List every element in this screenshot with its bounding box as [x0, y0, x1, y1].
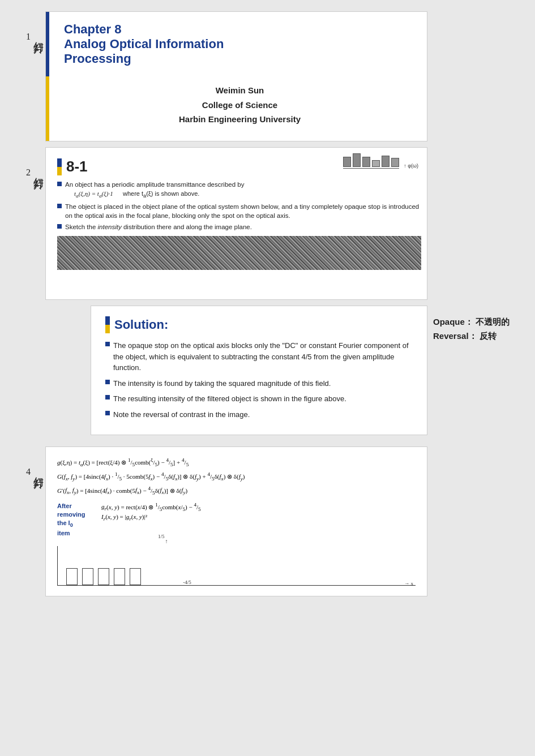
- page-container: 幻灯片 1 Chapter 8 Analog Optical Informati…: [0, 0, 535, 613]
- slide2-bullet1: An object has a periodic amplitude trans…: [57, 180, 421, 200]
- graph-bar-2: [82, 568, 93, 585]
- slide-2-row: 幻灯片 2 ↑ φ(ω) 8-1: [0, 147, 535, 300]
- slide4-content: g(ξ,η) = ta(ξ) = [rect(ξ/4) ⊗ 1/5comb(ξ/…: [57, 457, 416, 586]
- slide4-graph-label-45: -4/5: [183, 579, 191, 585]
- solution-accent: [105, 316, 110, 333]
- slide4-formula-G1: G(fx, fy) = [4sinc(4fx) · 1/5 · 5comb(5f…: [57, 471, 416, 482]
- sol-sq-1: [105, 342, 110, 346]
- slide1-title: Chapter 8 Analog Optical Information Pro…: [64, 22, 416, 66]
- sol-bullet3: The resulting intensity of the filtered …: [105, 393, 413, 405]
- slide-4-number: 4: [26, 467, 32, 477]
- sol-b4-text: Note the reversal of contrast in the ima…: [113, 409, 250, 420]
- slide2-top-chart: ↑ φ(ω): [343, 153, 418, 169]
- opaque-value: 不透明的: [476, 317, 510, 327]
- slide2-formula1: ta(ξ,η) = ta(ξ)·1: [74, 190, 113, 197]
- slide1-chapter: Chapter 8: [64, 22, 121, 36]
- slide-2-box: ↑ φ(ω) 8-1 An object has a periodic ampl…: [45, 147, 427, 300]
- slide2-formula1b: where ta(ξ) is shown above.: [123, 190, 199, 197]
- slide-4-box: g(ξ,η) = ta(ξ) = [rect(ξ/4) ⊗ 1/5comb(ξ/…: [45, 446, 427, 596]
- solution-bullets: The opaque stop on the optical axis bloc…: [105, 340, 413, 420]
- slide4-after-label: Afterremovingthe I0item: [57, 502, 97, 538]
- slide-1-label: 幻灯片 1: [0, 11, 45, 42]
- solution-row: Solution: The opaque stop on the optical…: [0, 306, 535, 441]
- graph-bar-3: [98, 568, 109, 585]
- slide4-annotation: [433, 446, 535, 480]
- slide4-after-formulas: gr(x, y) = rect(x/4) ⊗ 1/5comb(x/5) − 4/…: [101, 502, 416, 524]
- slide-2-number: 2: [26, 167, 32, 178]
- slide1-affil1: College of Science: [64, 98, 416, 113]
- sol-b1-text: The opaque stop on the optical axis bloc…: [113, 340, 413, 373]
- slide-1-number: 1: [26, 32, 32, 42]
- slide4-graph-xlabel: → x: [404, 581, 413, 586]
- slide2-bullet2: The object is placed in the object plane…: [57, 202, 421, 220]
- slide-1-row: 幻灯片 1 Chapter 8 Analog Optical Informati…: [0, 11, 535, 141]
- slide1-annotation: [433, 11, 535, 45]
- sol-bullet4: Note the reversal of contrast in the ima…: [105, 409, 413, 420]
- slide2-accent: [57, 158, 62, 175]
- slide4-bar-group: [58, 546, 416, 585]
- opaque-label: Opaque：: [433, 317, 473, 327]
- slide4-Ir: Ir(x, y) = |gr(x, y)|²: [101, 513, 416, 522]
- slide-2-text: 幻灯片: [32, 169, 45, 173]
- slide4-formula-main: g(ξ,η) = ta(ξ) = [rect(ξ/4) ⊗ 1/5comb(ξ/…: [57, 457, 416, 467]
- slide4-gr: gr(x, y) = rect(x/4) ⊗ 1/5comb(x/5) − 4/…: [101, 502, 416, 512]
- slide-4-text: 幻灯片: [32, 469, 45, 472]
- reversal-label: Reversal：: [433, 331, 477, 341]
- reversal-annotation: Reversal： 反转: [433, 331, 535, 342]
- slide1-subtitle2: Processing: [64, 51, 131, 66]
- solution-title-text: Solution:: [114, 317, 168, 332]
- slide-2-label: 幻灯片 2: [0, 147, 45, 178]
- sol-b3-text: The resulting intensity of the filtered …: [113, 393, 346, 405]
- slide2-annotation: [433, 147, 535, 181]
- slide1-author: Weimin Sun: [64, 83, 416, 98]
- solution-annotation: Opaque： 不透明的 Reversal： 反转: [433, 306, 535, 342]
- sol-sq-3: [105, 395, 110, 400]
- slide2-b2-text: The object is placed in the object plane…: [65, 202, 421, 220]
- slide4-graph: ↑ 1/5 → x -4/5: [57, 546, 416, 586]
- slide2-b3-text: Sketch the intensity distribution there …: [65, 222, 252, 231]
- slide2-bullet3: Sketch the intensity distribution there …: [57, 222, 421, 231]
- slide4-graph-label-top: ↑: [165, 538, 168, 544]
- opaque-annotation: Opaque： 不透明的: [433, 317, 535, 328]
- sol-sq-2: [105, 380, 110, 384]
- slide-4-label: 幻灯片 4: [0, 446, 45, 477]
- solution-box: Solution: The opaque stop on the optical…: [91, 306, 427, 435]
- sol-sq-4: [105, 411, 110, 415]
- bullet-sq-2: [57, 204, 62, 208]
- accent-bar-1: [46, 12, 49, 141]
- slide-1-text: 幻灯片: [32, 33, 45, 37]
- slide4-formula-G2: G′(fx, fy) = [4sinc(4fx) · comb(5fx) − 4…: [57, 486, 416, 496]
- slide1-affil2: Harbin Engineering University: [64, 112, 416, 127]
- sol-b2-text: The intensity is found by taking the squ…: [113, 378, 331, 389]
- slide4-after-block: Afterremovingthe I0item gr(x, y) = rect(…: [57, 502, 416, 538]
- slide4-graph-label-15: 1/5: [158, 534, 165, 539]
- slide2-b1-text: An object has a periodic amplitude trans…: [65, 180, 244, 200]
- graph-bar-4: [114, 568, 125, 585]
- slide1-subtitle1: Analog Optical Information: [64, 37, 224, 51]
- slide-1-box: Chapter 8 Analog Optical Information Pro…: [45, 11, 427, 141]
- slide-4-row: 幻灯片 4 g(ξ,η) = ta(ξ) = [rect(ξ/4) ⊗ 1/5c…: [0, 446, 535, 596]
- slide2-bullets: An object has a periodic amplitude trans…: [57, 180, 421, 231]
- graph-bar-1: [66, 568, 78, 585]
- bullet-sq-1: [57, 182, 62, 186]
- graph-bar-5: [130, 568, 141, 585]
- sol-bullet1: The opaque stop on the optical axis bloc…: [105, 340, 413, 373]
- sol-bullet2: The intensity is found by taking the squ…: [105, 378, 413, 389]
- reversal-value: 反转: [480, 331, 497, 341]
- bullet-sq-3: [57, 224, 62, 229]
- slide1-author-block: Weimin Sun College of Science Harbin Eng…: [64, 83, 416, 127]
- solution-title: Solution:: [105, 316, 413, 333]
- slide2-noise-pattern: [57, 236, 421, 270]
- slide2-section: 8-1: [66, 158, 88, 175]
